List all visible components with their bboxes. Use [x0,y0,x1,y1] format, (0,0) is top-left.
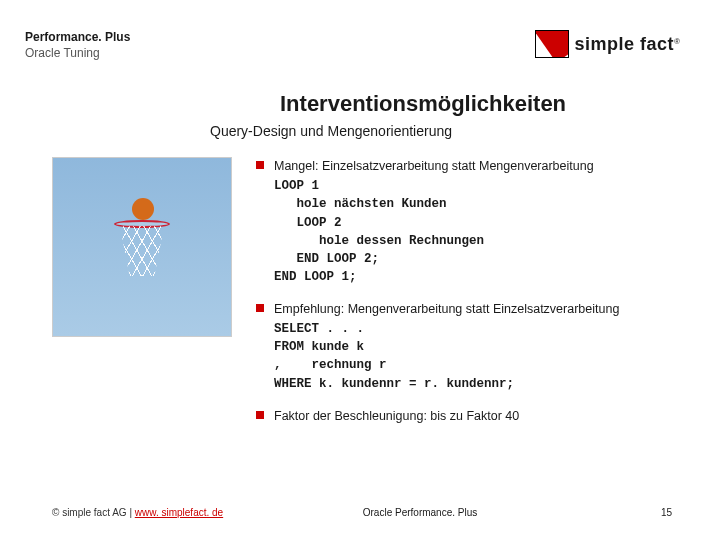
bullet-text: Faktor der Beschleunigung: bis zu Faktor… [274,407,690,425]
footer: © simple fact AG | www. simplefact. de O… [0,507,720,518]
net-icon [120,226,164,276]
separator: | [127,507,135,518]
code-block: LOOP 1 hole nächsten Kunden LOOP 2 hole … [274,177,690,286]
subtitle-block: Query-Design und Mengenorientierung [210,123,720,139]
bullet-item: Empfehlung: Mengenverarbeitung statt Ein… [256,300,690,393]
brand-mark-icon [535,30,569,58]
header-subtitle: Oracle Tuning [25,46,130,62]
header: Performance. Plus Oracle Tuning simple f… [0,0,720,61]
title-block: Interventionsmöglichkeiten [280,61,720,117]
copyright-text: © simple fact AG [52,507,127,518]
bullet-item: Mangel: Einzelsatzverarbeitung statt Men… [256,157,690,286]
brand-logo: simple fact® [535,30,680,58]
footer-copyright: © simple fact AG | www. simplefact. de [52,507,223,518]
square-bullet-icon [256,304,264,312]
square-bullet-icon [256,411,264,419]
illustration [52,157,232,337]
bullet-item: Faktor der Beschleunigung: bis zu Faktor… [256,407,690,425]
footer-link[interactable]: www. simplefact. de [135,507,223,518]
bullet-text: Empfehlung: Mengenverarbeitung statt Ein… [274,300,690,318]
brand-name: simple fact [575,34,675,54]
bullet-body: Empfehlung: Mengenverarbeitung statt Ein… [274,300,690,393]
code-block: SELECT . . . FROM kunde k , rechnung r W… [274,320,690,393]
header-title: Performance. Plus [25,30,130,46]
basketball-icon [132,198,154,220]
bullet-text: Mangel: Einzelsatzverarbeitung statt Men… [274,157,690,175]
square-bullet-icon [256,161,264,169]
bullet-body: Mangel: Einzelsatzverarbeitung statt Men… [274,157,690,286]
page-number: 15 [661,507,672,518]
page-subtitle: Query-Design und Mengenorientierung [210,123,720,139]
basketball-hoop-icon [114,212,170,282]
brand-text: simple fact® [575,34,680,55]
header-left: Performance. Plus Oracle Tuning [25,30,130,61]
content: Mangel: Einzelsatzverarbeitung statt Men… [0,139,720,439]
page-title: Interventionsmöglichkeiten [280,91,680,117]
registered-icon: ® [674,36,680,45]
bullet-body: Faktor der Beschleunigung: bis zu Faktor… [274,407,690,425]
bullet-list: Mangel: Einzelsatzverarbeitung statt Men… [256,157,690,439]
